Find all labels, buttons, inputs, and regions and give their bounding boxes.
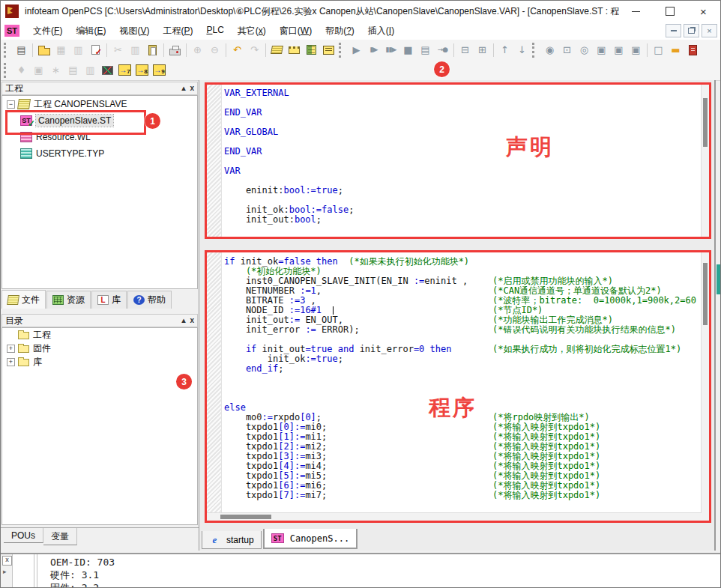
upload-icon[interactable]: ↑ — [496, 42, 513, 58]
menu-item-视图V[interactable]: 视图(V) — [112, 22, 156, 40]
editor-document-tabs: estartupSTCanopenS... — [202, 528, 359, 549]
menu-item-PLC[interactable]: PLC — [199, 22, 230, 40]
manual-book-icon[interactable] — [684, 42, 702, 58]
rebuild-all-icon[interactable] — [286, 42, 303, 58]
write-once-icon[interactable]: ⊡ — [558, 42, 576, 58]
mdi-restore-button[interactable] — [684, 24, 699, 37]
run-chip-icon[interactable]: ▣ — [610, 42, 627, 58]
tab-变量[interactable]: 变量 — [43, 528, 77, 545]
menu-items: 文件(F)编辑(E)视图(V)工程(P)PLC其它(x)窗口(W)帮助(?)插入… — [26, 22, 401, 40]
declaration-editor[interactable]: VAR_EXTERNAL END_VAR VAR_GLOBAL END_VAR … — [205, 82, 711, 239]
output-line: OEM-ID: 703 — [50, 556, 115, 569]
toolbar-grip[interactable] — [4, 63, 10, 78]
output-close-icon[interactable]: x — [2, 556, 12, 566]
new-file-icon[interactable]: ▤ — [13, 42, 30, 58]
maximize-button[interactable] — [653, 1, 687, 22]
toolbar-grip[interactable] — [532, 43, 538, 58]
run-to-cursor-icon[interactable]: →● — [434, 42, 451, 58]
watch-list-icon[interactable]: ⊟ — [456, 42, 474, 58]
expand-expander-icon[interactable]: + — [7, 358, 15, 366]
stop-resource-icon[interactable]: ■ — [399, 42, 417, 58]
paste-icon[interactable] — [144, 42, 161, 58]
tree-item-project-root[interactable]: −工程 CANOPENSLAVE — [2, 96, 197, 112]
declaration-code[interactable]: VAR_EXTERNAL END_VAR VAR_GLOBAL END_VAR … — [224, 88, 701, 235]
menu-item-文件F[interactable]: 文件(F) — [26, 22, 69, 40]
window-split-icon[interactable]: ⊞ — [474, 42, 491, 58]
project-panel-tabs: 文件资源L库?帮助 — [1, 290, 198, 309]
expand-expander-icon[interactable]: + — [7, 345, 15, 353]
output-splitter[interactable] — [34, 554, 37, 588]
mdi-minimize-button[interactable] — [666, 24, 681, 37]
tab-files[interactable]: 文件 — [1, 290, 46, 309]
undo-icon[interactable]: ↶ — [229, 42, 246, 58]
code-line: init_ok:=true; — [224, 354, 701, 364]
tab-resources[interactable]: 资源 — [46, 291, 91, 309]
minimize-button[interactable] — [619, 1, 653, 22]
scrollbar-thumb[interactable] — [220, 515, 271, 519]
mdi-restore-icon — [688, 28, 695, 34]
editor-tab-startup[interactable]: estartup — [202, 531, 262, 549]
code-browser-icon[interactable] — [303, 42, 320, 58]
connect-plc-icon[interactable]: ▬ — [667, 42, 684, 58]
scrollbar-thumb[interactable] — [703, 263, 708, 324]
close-button[interactable]: × — [687, 1, 720, 22]
toolbar-grip[interactable] — [4, 43, 10, 58]
menu-item-插入I[interactable]: 插入(I) — [361, 22, 401, 40]
scrollbar-thumb[interactable] — [703, 98, 708, 147]
can-config-9-icon[interactable]: 9 — [151, 62, 168, 79]
code-line: VAR_EXTERNAL — [224, 88, 701, 98]
app-icon — [5, 4, 19, 18]
panel-close-icon[interactable]: x — [190, 317, 194, 324]
debug-chip-icon[interactable]: ▣ — [593, 42, 610, 58]
program-editor[interactable]: if init_ok=false then (*如果未执行初始化功能块*) (*… — [205, 250, 711, 523]
menu-item-帮助[interactable]: 帮助(?) — [319, 22, 361, 40]
menu-item-编辑E[interactable]: 编辑(E) — [69, 22, 112, 40]
tree-item-catalog-firmware[interactable]: +固件 — [2, 342, 197, 355]
editor-tab-canopens[interactable]: STCanopenS... — [263, 529, 358, 549]
tree-item-resource-wl[interactable]: Resource.WL — [2, 129, 197, 145]
mdi-minimize-icon — [671, 30, 677, 31]
print-icon[interactable] — [166, 42, 184, 58]
declaration-vertical-scrollbar[interactable] — [701, 85, 709, 237]
menu-item-窗口W[interactable]: 窗口(W) — [273, 22, 319, 40]
tree-item-catalog-library[interactable]: +库 — [2, 355, 197, 369]
tab-library[interactable]: L库 — [91, 291, 127, 309]
open-project-icon[interactable] — [35, 42, 52, 58]
tree-item-usertype-typ[interactable]: USERTYPE.TYP — [2, 145, 197, 162]
collapse-expander-icon[interactable]: − — [7, 100, 15, 109]
menu-item-其它x[interactable]: 其它(x) — [231, 22, 273, 40]
copy-icon: ▥ — [127, 42, 144, 58]
toolbar-grip[interactable] — [339, 43, 345, 58]
io-chip-icon[interactable]: ▣ — [627, 42, 645, 58]
force-off-icon[interactable]: ◎ — [576, 42, 593, 58]
program-code[interactable]: if init_ok=false then (*如果未执行初始化功能块*) (*… — [224, 257, 701, 512]
download-icon[interactable]: ↓ — [513, 42, 531, 58]
collapse-icon[interactable]: ▴ — [181, 317, 185, 324]
tree-item-catalog-project[interactable]: 工程 — [2, 328, 197, 342]
online-monitor-icon[interactable] — [320, 42, 337, 58]
save-project-icon[interactable] — [87, 42, 104, 58]
tab-pous[interactable]: POUs — [4, 528, 43, 543]
panel-close-icon[interactable]: x — [190, 85, 194, 92]
output-expand-icon[interactable]: ▸ — [3, 568, 7, 575]
tab-help[interactable]: ?帮助 — [127, 291, 172, 309]
program-horizontal-scrollbar[interactable] — [207, 512, 702, 521]
can-config-8-icon[interactable]: 8 — [133, 62, 151, 79]
code-line: END_VAR — [224, 108, 701, 118]
tree-item-canopenslave-st[interactable]: STCanopenSlave.ST — [2, 112, 197, 129]
protocol-icon[interactable]: ▤ — [417, 42, 434, 58]
editor-margin — [207, 252, 222, 521]
mdi-close-button[interactable]: × — [702, 24, 717, 37]
start-resource-icon[interactable]: ▶ — [348, 42, 365, 58]
can-config-7-icon[interactable]: 7 — [116, 62, 133, 79]
build-changes-icon[interactable] — [268, 42, 286, 58]
menu-item-工程P[interactable]: 工程(P) — [156, 22, 199, 40]
multi-cycle-icon[interactable]: ▮▮▶ — [382, 42, 399, 58]
cross-reference-icon[interactable] — [99, 62, 116, 79]
single-cycle-icon[interactable]: ▮▶ — [365, 42, 382, 58]
program-vertical-scrollbar[interactable] — [701, 252, 709, 521]
force-on-icon[interactable]: ◉ — [541, 42, 558, 58]
code-line — [224, 98, 701, 108]
hw-config-icon[interactable]: □ — [650, 42, 667, 58]
collapse-icon[interactable]: ▴ — [181, 85, 185, 92]
